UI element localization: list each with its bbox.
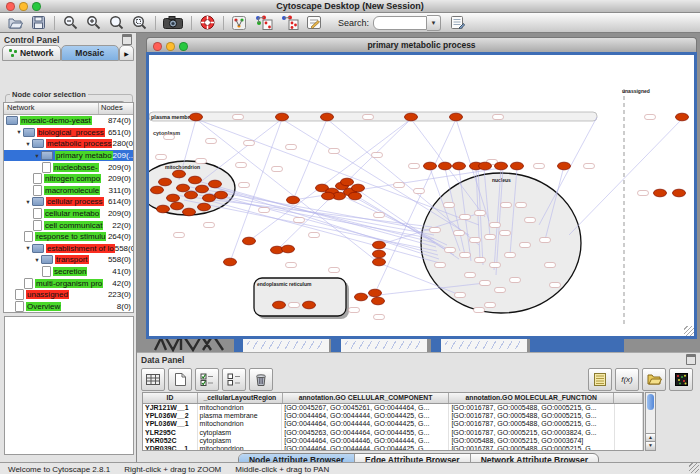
network-node[interactable] [203, 194, 216, 202]
network-node[interactable] [490, 223, 501, 228]
network-node[interactable] [460, 253, 471, 258]
attribute-table-header[interactable]: ID_cellularLayoutRegionannotation.GO CEL… [143, 393, 643, 404]
column-header[interactable]: _cellularLayoutRegion [198, 393, 283, 403]
network-node[interactable] [189, 176, 202, 184]
float-panel-icon[interactable] [686, 354, 696, 365]
network-node[interactable] [372, 297, 385, 305]
select-attributes-icon[interactable] [195, 368, 219, 391]
network-node[interactable] [479, 162, 492, 170]
background-window-edge[interactable] [431, 337, 441, 352]
network-node[interactable] [450, 113, 463, 121]
background-window-titlebar[interactable] [530, 337, 624, 352]
network-node[interactable] [329, 268, 340, 273]
network-node[interactable] [550, 283, 561, 288]
network-node[interactable] [480, 281, 491, 286]
network-node[interactable] [198, 203, 211, 211]
column-header[interactable]: annotation.GO CELLULAR_COMPONENT [283, 393, 450, 403]
table-row[interactable]: YLR295Ccytoplasm[GO:0045263, GO:0044464,… [143, 429, 643, 437]
network-node[interactable] [500, 231, 511, 236]
table-row[interactable]: YPL036W__2plasma membrane[GO:0044464, GO… [143, 412, 643, 420]
network-node[interactable] [493, 115, 504, 120]
table-mode-icon[interactable] [141, 368, 165, 391]
network-node[interactable] [303, 301, 316, 309]
network-node[interactable] [475, 211, 486, 216]
expander-icon[interactable]: ▼ [24, 199, 32, 205]
tree-row[interactable]: cell communicat22(0) [4, 219, 133, 231]
tree-row[interactable]: Overview8(0) [4, 301, 133, 313]
network-node[interactable] [177, 184, 190, 192]
network-node[interactable] [273, 301, 286, 309]
network-node[interactable] [495, 162, 508, 170]
network-node[interactable] [171, 202, 184, 210]
network-node[interactable] [224, 258, 237, 266]
zoom-selected-icon[interactable] [130, 15, 148, 31]
tree-row[interactable]: nitrogen compo209(0) [4, 173, 133, 185]
cytopanel-icon[interactable] [230, 15, 248, 31]
network-node[interactable] [654, 189, 667, 197]
network-node[interactable] [236, 163, 247, 168]
background-window[interactable] [441, 337, 527, 352]
network-node[interactable] [435, 263, 446, 268]
network-node[interactable] [534, 164, 545, 169]
tree-row[interactable]: cellular metabo209(0) [4, 208, 133, 220]
network-node[interactable] [584, 164, 595, 169]
table-row[interactable]: YPL036W__1mitochondrion[GO:0044464, GO:0… [143, 420, 643, 428]
network-node[interactable] [505, 253, 516, 258]
network-node[interactable] [206, 139, 217, 144]
network-node[interactable] [439, 162, 452, 170]
snapshot-icon[interactable] [162, 15, 184, 31]
tree-row[interactable]: ▼cellular process614(0) [4, 196, 133, 208]
network-node[interactable] [244, 141, 255, 146]
scrollbar-thumb[interactable] [647, 394, 654, 410]
network-node[interactable] [453, 162, 466, 170]
expander-icon[interactable]: ▼ [24, 245, 32, 251]
tab-mosaic[interactable]: Mosaic [61, 45, 120, 61]
network-node[interactable] [329, 149, 340, 154]
import-attributes-icon[interactable] [642, 368, 666, 391]
network-node[interactable] [645, 115, 656, 120]
table-row[interactable]: YDR039C__1mitochondrion[GO:0044464, GO:0… [143, 445, 643, 451]
tree-row[interactable]: ▼establishment of lo558(0) [4, 243, 133, 255]
window-resize-grip[interactable] [684, 326, 694, 336]
annotation-icon[interactable] [305, 15, 323, 31]
network-node[interactable] [272, 167, 283, 172]
unselect-attributes-icon[interactable] [222, 368, 246, 391]
network-node[interactable] [287, 196, 300, 204]
network-node[interactable] [414, 189, 425, 194]
zoom-out-icon[interactable] [61, 15, 79, 31]
network-node[interactable] [465, 273, 476, 278]
network-node[interactable] [638, 191, 649, 196]
network-node[interactable] [157, 205, 170, 213]
network-node[interactable] [445, 248, 456, 253]
network-node[interactable] [159, 178, 172, 186]
background-window-edge[interactable] [331, 337, 341, 352]
network-node[interactable] [215, 191, 228, 199]
app-resize-grip[interactable] [689, 463, 699, 473]
tree-row[interactable]: ▼metabolic process280(0) [4, 138, 133, 150]
network-node[interactable] [349, 308, 360, 313]
network-node[interactable] [372, 153, 383, 158]
tree-row[interactable]: unassigned223(0) [4, 289, 133, 301]
network-node[interactable] [470, 238, 481, 243]
background-window-edge[interactable] [234, 337, 243, 352]
search-dropdown-icon[interactable]: ▼ [427, 15, 441, 31]
network-node[interactable] [167, 194, 180, 202]
network-node[interactable] [196, 185, 209, 193]
network-node[interactable] [676, 113, 689, 121]
network-node[interactable] [520, 243, 531, 248]
tree-row[interactable]: mosaic-demo-yeast874(0) [4, 115, 133, 127]
network-node[interactable] [309, 233, 320, 238]
network-node[interactable] [460, 215, 471, 220]
background-window[interactable] [243, 337, 329, 352]
network-node[interactable] [321, 113, 334, 121]
network-node[interactable] [540, 238, 551, 243]
expander-icon[interactable]: ▼ [33, 153, 41, 159]
matrix-icon[interactable] [669, 368, 693, 391]
network-node[interactable] [475, 258, 486, 263]
network-node[interactable] [673, 189, 686, 197]
network-node[interactable] [454, 231, 465, 236]
tree-row[interactable]: ▼transport558(0) [4, 254, 133, 266]
layout-b-icon[interactable] [279, 15, 300, 31]
network-node[interactable] [495, 288, 506, 293]
network-node[interactable] [516, 203, 527, 208]
